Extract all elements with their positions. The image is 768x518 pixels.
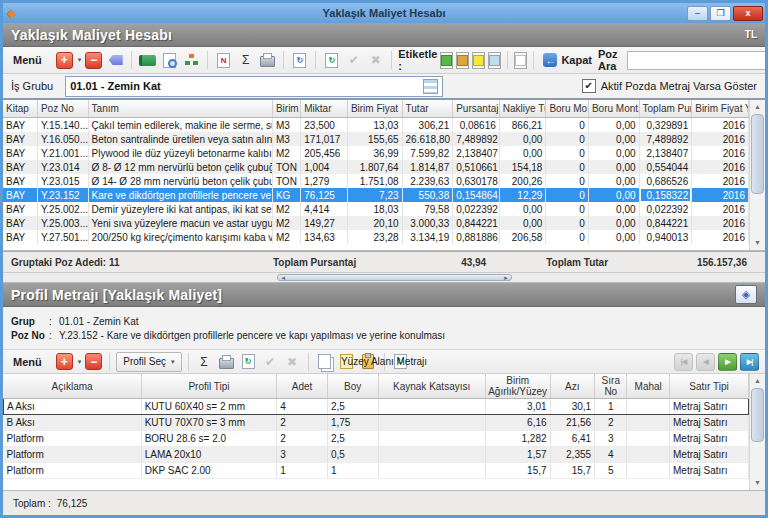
cell[interactable]: Platform (4, 463, 142, 479)
table-row[interactable]: BAYY.27.501...200/250 kg kireç/çimento k… (3, 230, 749, 244)
cell[interactable]: Kare ve dikdörtgen profillerle pencere v… (88, 188, 272, 202)
cell[interactable]: M2 (272, 146, 300, 160)
cell[interactable]: 0,510661 (453, 160, 500, 174)
cell[interactable]: 4,414 (301, 202, 348, 216)
scroll-up-icon[interactable]: ▲ (754, 374, 761, 388)
column-header[interactable]: Toplam Pur... (639, 100, 692, 118)
cell[interactable]: 2,5 (327, 431, 378, 447)
recalc-button[interactable]: ↻ (391, 352, 410, 371)
cell[interactable]: Platform (4, 431, 142, 447)
column-header[interactable]: Pursantaj (453, 100, 500, 118)
cell[interactable]: 0,00 (499, 146, 546, 160)
cell[interactable]: BAY (3, 188, 37, 202)
tag-button[interactable] (106, 51, 125, 70)
cell[interactable]: 0,940013 (639, 230, 692, 244)
cell[interactable]: 0,00 (588, 230, 639, 244)
cell[interactable]: 0 (546, 188, 589, 202)
profil-nav-prev-button[interactable]: ◀ (696, 353, 715, 371)
cell[interactable]: 2016 (692, 118, 749, 133)
table-row[interactable]: BAYY.23.015Ø 14- Ø 28 mm nervürlü beton … (3, 174, 749, 188)
cell[interactable] (378, 447, 485, 463)
cell[interactable]: 1,57 (485, 447, 550, 463)
column-header[interactable]: Boru Mo... (546, 100, 589, 118)
cell[interactable]: 1.814,87 (402, 160, 453, 174)
cell[interactable]: TON (272, 160, 300, 174)
column-header[interactable]: Birim (272, 100, 300, 118)
cell[interactable]: TON (272, 174, 300, 188)
maximize-button[interactable]: ❒ (710, 6, 731, 21)
cell[interactable]: Demir yüzeylere iki kat antipas, iki kat… (88, 202, 272, 216)
refresh-button[interactable]: ↻ (322, 51, 341, 70)
cell[interactable]: 0,08616 (453, 118, 500, 133)
cell[interactable]: LAMA 20x10 (141, 447, 277, 463)
cell[interactable] (627, 399, 670, 415)
cell[interactable]: 2016 (692, 230, 749, 244)
cell[interactable]: Plywood ile düz yüzeyli betonarme kalıbı… (88, 146, 272, 160)
column-header[interactable]: Azı (550, 374, 595, 399)
cell[interactable]: Çakıl temin edilerek, makine ile serme, … (88, 118, 272, 133)
is-grubu-combobox[interactable]: 01.01 - Zemin Kat (65, 76, 443, 97)
cell[interactable]: 1.751,08 (347, 174, 402, 188)
cell[interactable]: 26.618,80 (402, 132, 453, 146)
cell[interactable]: 15,7 (550, 463, 595, 479)
cell[interactable]: 0,881886 (453, 230, 500, 244)
cell[interactable]: 7,489892 (639, 132, 692, 146)
cell[interactable]: M2 (272, 216, 300, 230)
cell[interactable]: 2,355 (550, 447, 595, 463)
cell[interactable]: 0,00 (499, 132, 546, 146)
cell[interactable]: Metraj Satırı (669, 447, 748, 463)
table-row[interactable]: PlatformDKP SAC 2.001115,715,75Metraj Sa… (4, 463, 749, 479)
column-header[interactable]: Sıra No (595, 374, 627, 399)
note-button[interactable]: N (214, 51, 233, 70)
export-button[interactable]: ↻ (290, 51, 309, 70)
cell[interactable]: 36,99 (347, 146, 402, 160)
column-header[interactable]: Kitap (3, 100, 37, 118)
label-color-yellow-button[interactable] (472, 52, 485, 69)
column-header[interactable]: Tanım (88, 100, 272, 118)
cell[interactable]: 2016 (692, 160, 749, 174)
cell[interactable]: 154,18 (499, 160, 546, 174)
cell[interactable]: Ø 14- Ø 28 mm nervürlü beton çelik çubuğ… (88, 174, 272, 188)
cell[interactable]: 171,017 (301, 132, 348, 146)
column-header[interactable]: Miktar (301, 100, 348, 118)
profil-sec-button[interactable]: Profil Seç ▾ (116, 352, 181, 372)
cell[interactable]: 0,844221 (453, 216, 500, 230)
table-row[interactable]: A AksıKUTU 60X40 s= 2 mm42,53,0130,11Met… (4, 399, 749, 415)
copy-button[interactable] (315, 352, 334, 371)
cell[interactable]: Y.15.140... (37, 118, 88, 133)
cell[interactable]: 0,00 (588, 132, 639, 146)
cell[interactable]: 200/250 kg kireç/çimento karışımı kaba v… (88, 230, 272, 244)
label-color-green-button[interactable] (440, 52, 453, 69)
cell[interactable]: 0 (546, 146, 589, 160)
table-row[interactable]: BAYY.23.152Kare ve dikdörtgen profillerl… (3, 188, 749, 202)
cell[interactable]: 76,125 (301, 188, 348, 202)
scrollbar-thumb[interactable] (751, 114, 764, 194)
table-row[interactable]: BAYY.15.140...Çakıl temin edilerek, maki… (3, 118, 749, 133)
profil-remove-button[interactable]: − (84, 352, 103, 371)
cell[interactable]: 7,23 (347, 188, 402, 202)
column-header[interactable]: Kaynak Katsayısı (378, 374, 485, 399)
profil-nav-next-button[interactable]: ▶ (718, 353, 737, 371)
scroll-up-icon[interactable]: ▲ (754, 100, 761, 114)
cell[interactable]: 1 (595, 399, 627, 415)
table-row[interactable]: B AksıKUTU 70X70 s= 3 mm21,756,1621,562M… (4, 415, 749, 431)
profil-add-button[interactable]: + (55, 352, 74, 371)
cell[interactable]: Y.23.015 (37, 174, 88, 188)
cell[interactable]: 0,00 (588, 118, 639, 133)
cell[interactable]: 1 (277, 463, 328, 479)
cell[interactable]: 0 (546, 160, 589, 174)
cell[interactable]: 2 (277, 415, 328, 431)
cell[interactable]: 2016 (692, 132, 749, 146)
column-header[interactable]: Tutar (402, 100, 453, 118)
cell[interactable] (378, 415, 485, 431)
label-color-clear-button[interactable] (514, 52, 527, 69)
cell[interactable] (627, 447, 670, 463)
cell[interactable]: 0,00 (588, 216, 639, 230)
cell[interactable]: M3 (272, 118, 300, 133)
cell[interactable]: Y.23.152 (37, 188, 88, 202)
cell[interactable]: 550,38 (402, 188, 453, 202)
book-button[interactable] (138, 51, 157, 70)
cell[interactable]: 20,10 (347, 216, 402, 230)
cell[interactable]: Metraj Satırı (669, 431, 748, 447)
cell[interactable]: 1,279 (301, 174, 348, 188)
